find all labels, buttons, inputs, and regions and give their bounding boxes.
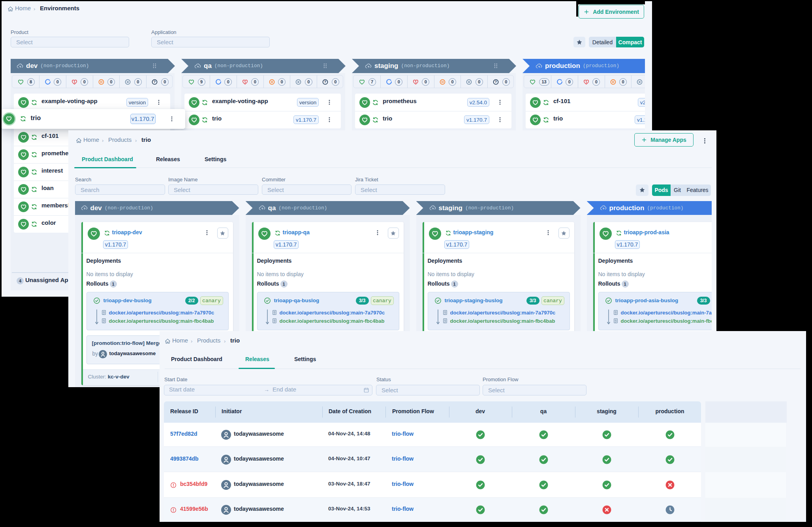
svg-text:?: ? (495, 80, 497, 84)
svg-text:?: ? (324, 80, 326, 84)
svg-text:?: ? (154, 80, 156, 84)
